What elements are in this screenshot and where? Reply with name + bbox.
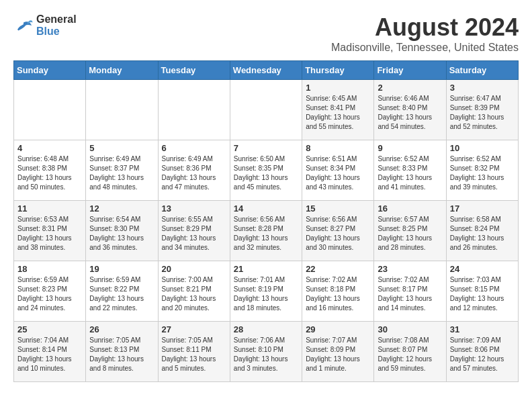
day-info: Sunrise: 7:05 AMSunset: 8:11 PMDaylight:… bbox=[162, 336, 226, 373]
day-info: Sunrise: 6:59 AMSunset: 8:22 PMDaylight:… bbox=[89, 275, 154, 313]
day-number: 28 bbox=[234, 324, 298, 334]
day-number: 30 bbox=[378, 324, 442, 334]
calendar-header-tuesday: Tuesday bbox=[158, 61, 230, 80]
day-number: 21 bbox=[234, 264, 298, 274]
calendar-header-thursday: Thursday bbox=[302, 61, 374, 80]
day-number: 10 bbox=[450, 143, 515, 153]
day-number: 18 bbox=[17, 264, 82, 274]
calendar-cell: 18Sunrise: 6:59 AMSunset: 8:23 PMDayligh… bbox=[14, 261, 86, 322]
calendar-cell: 11Sunrise: 6:53 AMSunset: 8:31 PMDayligh… bbox=[14, 201, 86, 261]
calendar-cell: 19Sunrise: 6:59 AMSunset: 8:22 PMDayligh… bbox=[86, 261, 158, 322]
day-number: 24 bbox=[450, 264, 515, 274]
calendar-cell: 6Sunrise: 6:49 AMSunset: 8:36 PMDaylight… bbox=[158, 140, 230, 201]
calendar-cell bbox=[158, 80, 230, 140]
calendar-week-5: 25Sunrise: 7:04 AMSunset: 8:14 PMDayligh… bbox=[14, 322, 519, 382]
day-info: Sunrise: 6:56 AMSunset: 8:27 PMDaylight:… bbox=[306, 215, 370, 253]
calendar-cell bbox=[86, 80, 158, 140]
calendar-header-row: SundayMondayTuesdayWednesdayThursdayFrid… bbox=[14, 61, 519, 80]
logo-text: General Blue bbox=[36, 13, 77, 38]
calendar-cell: 1Sunrise: 6:45 AMSunset: 8:41 PMDaylight… bbox=[302, 80, 374, 140]
calendar-cell: 17Sunrise: 6:58 AMSunset: 8:24 PMDayligh… bbox=[446, 201, 518, 261]
day-info: Sunrise: 6:53 AMSunset: 8:31 PMDaylight:… bbox=[17, 215, 82, 253]
day-info: Sunrise: 7:09 AMSunset: 8:06 PMDaylight:… bbox=[450, 336, 515, 373]
calendar-cell bbox=[14, 80, 86, 140]
day-info: Sunrise: 6:57 AMSunset: 8:25 PMDaylight:… bbox=[378, 215, 442, 253]
calendar-cell: 10Sunrise: 6:52 AMSunset: 8:32 PMDayligh… bbox=[446, 140, 518, 201]
calendar-cell: 14Sunrise: 6:56 AMSunset: 8:28 PMDayligh… bbox=[230, 201, 302, 261]
day-number: 7 bbox=[234, 143, 298, 153]
calendar-cell: 8Sunrise: 6:51 AMSunset: 8:34 PMDaylight… bbox=[302, 140, 374, 201]
day-number: 14 bbox=[234, 203, 298, 214]
day-info: Sunrise: 6:46 AMSunset: 8:40 PMDaylight:… bbox=[378, 94, 442, 132]
page-header: General Blue August 2024 Madisonville, T… bbox=[13, 13, 519, 54]
calendar-header-friday: Friday bbox=[374, 61, 446, 80]
calendar-cell: 16Sunrise: 6:57 AMSunset: 8:25 PMDayligh… bbox=[374, 201, 446, 261]
day-info: Sunrise: 7:05 AMSunset: 8:13 PMDaylight:… bbox=[89, 336, 154, 373]
page-subtitle: Madisonville, Tennessee, United States bbox=[331, 42, 519, 54]
day-info: Sunrise: 6:45 AMSunset: 8:41 PMDaylight:… bbox=[306, 94, 370, 132]
calendar-cell: 3Sunrise: 6:47 AMSunset: 8:39 PMDaylight… bbox=[446, 80, 518, 140]
day-number: 25 bbox=[17, 324, 82, 334]
day-info: Sunrise: 6:54 AMSunset: 8:30 PMDaylight:… bbox=[89, 215, 154, 253]
logo-icon bbox=[13, 15, 34, 36]
calendar-cell: 28Sunrise: 7:06 AMSunset: 8:10 PMDayligh… bbox=[230, 322, 302, 382]
day-info: Sunrise: 7:02 AMSunset: 8:18 PMDaylight:… bbox=[306, 275, 370, 313]
calendar-cell: 24Sunrise: 7:03 AMSunset: 8:15 PMDayligh… bbox=[446, 261, 518, 322]
day-number: 8 bbox=[306, 143, 370, 153]
day-info: Sunrise: 6:52 AMSunset: 8:33 PMDaylight:… bbox=[378, 154, 442, 192]
day-number: 26 bbox=[89, 324, 154, 334]
day-number: 23 bbox=[378, 264, 442, 274]
calendar-cell: 2Sunrise: 6:46 AMSunset: 8:40 PMDaylight… bbox=[374, 80, 446, 140]
calendar-cell: 15Sunrise: 6:56 AMSunset: 8:27 PMDayligh… bbox=[302, 201, 374, 261]
day-number: 17 bbox=[450, 203, 515, 214]
day-number: 5 bbox=[89, 143, 154, 153]
day-info: Sunrise: 7:04 AMSunset: 8:14 PMDaylight:… bbox=[17, 336, 82, 373]
calendar-cell: 27Sunrise: 7:05 AMSunset: 8:11 PMDayligh… bbox=[158, 322, 230, 382]
calendar-week-2: 4Sunrise: 6:48 AMSunset: 8:38 PMDaylight… bbox=[14, 140, 519, 201]
day-number: 31 bbox=[450, 324, 515, 334]
title-area: August 2024 Madisonville, Tennessee, Uni… bbox=[331, 13, 519, 54]
day-number: 22 bbox=[306, 264, 370, 274]
day-number: 19 bbox=[89, 264, 154, 274]
calendar-cell: 12Sunrise: 6:54 AMSunset: 8:30 PMDayligh… bbox=[86, 201, 158, 261]
calendar-week-4: 18Sunrise: 6:59 AMSunset: 8:23 PMDayligh… bbox=[14, 261, 519, 322]
calendar-cell: 20Sunrise: 7:00 AMSunset: 8:21 PMDayligh… bbox=[158, 261, 230, 322]
calendar-header-sunday: Sunday bbox=[14, 61, 86, 80]
calendar-cell: 22Sunrise: 7:02 AMSunset: 8:18 PMDayligh… bbox=[302, 261, 374, 322]
day-info: Sunrise: 6:51 AMSunset: 8:34 PMDaylight:… bbox=[306, 154, 370, 192]
day-info: Sunrise: 7:03 AMSunset: 8:15 PMDaylight:… bbox=[450, 275, 515, 313]
calendar-week-1: 1Sunrise: 6:45 AMSunset: 8:41 PMDaylight… bbox=[14, 80, 519, 140]
day-info: Sunrise: 7:02 AMSunset: 8:17 PMDaylight:… bbox=[378, 275, 442, 313]
calendar-cell: 13Sunrise: 6:55 AMSunset: 8:29 PMDayligh… bbox=[158, 201, 230, 261]
day-number: 6 bbox=[162, 143, 226, 153]
calendar-table: SundayMondayTuesdayWednesdayThursdayFrid… bbox=[13, 60, 519, 382]
calendar-cell: 29Sunrise: 7:07 AMSunset: 8:09 PMDayligh… bbox=[302, 322, 374, 382]
day-number: 20 bbox=[162, 264, 226, 274]
calendar-cell: 9Sunrise: 6:52 AMSunset: 8:33 PMDaylight… bbox=[374, 140, 446, 201]
day-info: Sunrise: 6:47 AMSunset: 8:39 PMDaylight:… bbox=[450, 94, 515, 132]
logo: General Blue bbox=[13, 13, 77, 38]
calendar-week-3: 11Sunrise: 6:53 AMSunset: 8:31 PMDayligh… bbox=[14, 201, 519, 261]
day-number: 15 bbox=[306, 203, 370, 214]
calendar-cell: 23Sunrise: 7:02 AMSunset: 8:17 PMDayligh… bbox=[374, 261, 446, 322]
calendar-cell bbox=[230, 80, 302, 140]
day-info: Sunrise: 7:08 AMSunset: 8:07 PMDaylight:… bbox=[378, 336, 442, 373]
calendar-cell: 5Sunrise: 6:49 AMSunset: 8:37 PMDaylight… bbox=[86, 140, 158, 201]
day-number: 27 bbox=[162, 324, 226, 334]
day-number: 13 bbox=[162, 203, 226, 214]
calendar-cell: 26Sunrise: 7:05 AMSunset: 8:13 PMDayligh… bbox=[86, 322, 158, 382]
calendar-header-monday: Monday bbox=[86, 61, 158, 80]
day-info: Sunrise: 6:49 AMSunset: 8:36 PMDaylight:… bbox=[162, 154, 226, 192]
day-number: 16 bbox=[378, 203, 442, 214]
day-info: Sunrise: 7:00 AMSunset: 8:21 PMDaylight:… bbox=[162, 275, 226, 313]
calendar-cell: 31Sunrise: 7:09 AMSunset: 8:06 PMDayligh… bbox=[446, 322, 518, 382]
calendar-cell: 25Sunrise: 7:04 AMSunset: 8:14 PMDayligh… bbox=[14, 322, 86, 382]
calendar-cell: 30Sunrise: 7:08 AMSunset: 8:07 PMDayligh… bbox=[374, 322, 446, 382]
day-info: Sunrise: 6:59 AMSunset: 8:23 PMDaylight:… bbox=[17, 275, 82, 313]
day-number: 3 bbox=[450, 83, 515, 93]
day-info: Sunrise: 6:50 AMSunset: 8:35 PMDaylight:… bbox=[234, 154, 298, 192]
calendar-cell: 21Sunrise: 7:01 AMSunset: 8:19 PMDayligh… bbox=[230, 261, 302, 322]
day-number: 12 bbox=[89, 203, 154, 214]
day-number: 11 bbox=[17, 203, 82, 214]
page-title: August 2024 bbox=[331, 13, 519, 42]
